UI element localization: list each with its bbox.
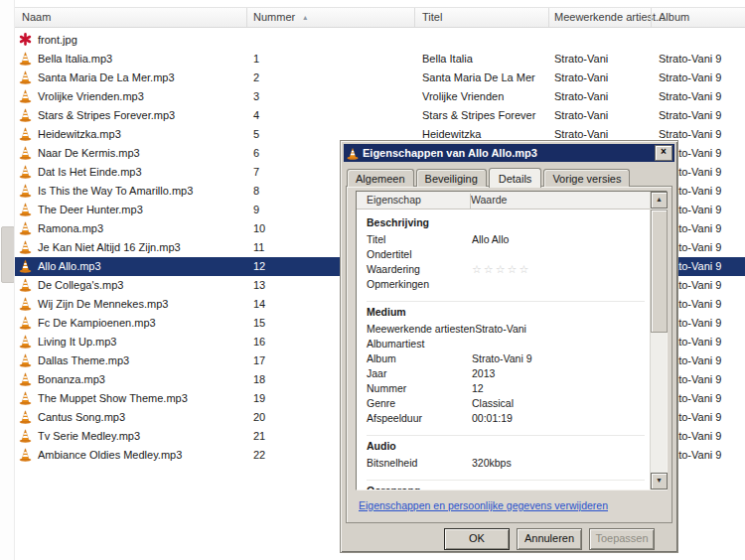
property-grid-header: Eigenschap Waarde bbox=[357, 192, 667, 210]
vlc-cone-icon bbox=[19, 165, 33, 179]
property-row: Nummer 12 bbox=[367, 381, 651, 396]
property-grid: Eigenschap Waarde Beschrijving Titel All… bbox=[356, 191, 668, 490]
file-name: The Muppet Show Theme.mp3 bbox=[38, 392, 188, 404]
file-name: front.jpg bbox=[38, 34, 77, 46]
album: Strato-Vani 9 bbox=[659, 128, 721, 140]
file-name: Naar De Kermis.mp3 bbox=[38, 147, 140, 159]
track-title: Heidewitzka bbox=[422, 128, 481, 140]
vlc-cone-icon bbox=[347, 147, 359, 160]
column-header-naam[interactable]: Naam bbox=[22, 11, 51, 23]
column-header-album[interactable]: Album bbox=[659, 11, 689, 23]
remove-properties-link[interactable]: Eigenschappen en persoonlijke gegevens v… bbox=[359, 499, 608, 511]
file-name: Heidewitzka.mp3 bbox=[38, 128, 121, 140]
tab-details[interactable]: Details bbox=[489, 168, 542, 188]
track-number: 6 bbox=[253, 147, 259, 159]
column-divider[interactable] bbox=[414, 8, 415, 27]
property-grid-content: Beschrijving Titel Allo Allo Ondertitel … bbox=[357, 209, 651, 490]
tab-algemeen[interactable]: Algemeen bbox=[347, 169, 414, 187]
track-number: 3 bbox=[253, 90, 259, 102]
track-number: 4 bbox=[253, 109, 259, 121]
vlc-cone-icon bbox=[19, 240, 33, 254]
ok-button[interactable]: OK bbox=[444, 528, 510, 550]
explorer-window: Naam Nummer▴ Titel Meewerkende artiest..… bbox=[0, 0, 745, 560]
vlc-cone-icon bbox=[19, 221, 33, 235]
scroll-down-icon[interactable]: ▼ bbox=[651, 473, 668, 490]
property-label: Genre bbox=[367, 396, 472, 411]
annuleren-button[interactable]: Annuleren bbox=[517, 528, 582, 550]
track-number: 10 bbox=[253, 222, 265, 234]
grid-header-waarde[interactable]: Waarde bbox=[461, 194, 651, 206]
album: Strato-Vani 9 bbox=[659, 53, 721, 65]
artist: Strato-Vani bbox=[554, 90, 608, 102]
scrollbar-thumb[interactable] bbox=[651, 210, 668, 333]
vlc-cone-icon bbox=[19, 184, 33, 198]
track-number: 5 bbox=[253, 128, 259, 140]
vlc-cone-icon bbox=[19, 429, 33, 443]
vlc-cone-icon bbox=[19, 259, 33, 273]
dialog-titlebar[interactable]: Eigenschappen van Allo Allo.mp3 × bbox=[344, 144, 674, 162]
sort-ascending-icon: ▴ bbox=[303, 13, 307, 22]
rating-stars[interactable]: ☆☆☆☆☆ bbox=[472, 262, 530, 277]
vlc-cone-icon bbox=[19, 391, 33, 405]
track-number: 1 bbox=[253, 53, 259, 65]
dialog-title: Eigenschappen van Allo Allo.mp3 bbox=[363, 147, 651, 159]
file-name: Bonanza.mp3 bbox=[38, 373, 105, 385]
vlc-cone-icon bbox=[19, 70, 33, 84]
property-label: Jaar bbox=[367, 366, 472, 381]
scrollbar-thumb[interactable] bbox=[1, 226, 15, 283]
track-number: 19 bbox=[253, 392, 265, 404]
property-section-header: Beschrijving bbox=[367, 214, 645, 228]
artist: Strato-Vani bbox=[554, 71, 608, 83]
property-row: Bitsnelheid 320kbps bbox=[367, 456, 651, 471]
file-name: Je Kan Niet Altijd 16 Zijn.mp3 bbox=[38, 241, 181, 253]
property-row: Afspeelduur 00:01:19 bbox=[367, 411, 651, 426]
tab-vorige-versies[interactable]: Vorige versies bbox=[543, 169, 630, 187]
artist: Strato-Vani bbox=[554, 109, 608, 121]
table-row[interactable]: Vrolijke Vrienden.mp3 3 Vrolijke Vriende… bbox=[15, 87, 745, 106]
property-value: Classical bbox=[472, 396, 514, 411]
album: Strato-Vani 9 bbox=[659, 71, 721, 83]
toepassen-button: Toepassen bbox=[589, 528, 655, 550]
file-name: Vrolijke Vrienden.mp3 bbox=[38, 90, 144, 102]
file-name: Ramona.mp3 bbox=[38, 222, 103, 234]
tab-beveiliging[interactable]: Beveiliging bbox=[416, 169, 487, 187]
track-number: 9 bbox=[253, 204, 259, 215]
table-row[interactable]: Bella Italia.mp3 1 Bella Italia Strato-V… bbox=[15, 50, 745, 69]
property-row: Titel Allo Allo bbox=[367, 232, 651, 247]
column-divider[interactable] bbox=[651, 8, 652, 27]
property-label: Nummer bbox=[367, 381, 472, 396]
property-label: Waardering bbox=[367, 262, 472, 277]
column-divider[interactable] bbox=[548, 8, 549, 27]
file-name: Dat Is Het Einde.mp3 bbox=[38, 166, 142, 178]
property-value: Strato-Vani bbox=[475, 322, 526, 337]
property-value: 00:01:19 bbox=[472, 411, 513, 426]
vlc-cone-icon bbox=[19, 108, 33, 122]
vlc-cone-icon bbox=[19, 316, 33, 330]
property-row: Opmerkingen bbox=[367, 277, 651, 292]
table-row[interactable]: Stars & Stripes Forever.mp3 4 Stars & St… bbox=[15, 106, 745, 125]
property-label: Ondertitel bbox=[367, 247, 472, 262]
scroll-up-icon[interactable]: ▲ bbox=[651, 192, 668, 209]
property-label: Albumartiest bbox=[367, 337, 472, 351]
track-number: 17 bbox=[253, 354, 265, 366]
track-number: 12 bbox=[253, 260, 265, 272]
column-divider[interactable] bbox=[246, 8, 247, 27]
column-header-artiest[interactable]: Meewerkende artiest... bbox=[554, 11, 665, 23]
table-row[interactable]: Santa Maria De La Mer.mp3 2 Santa Maria … bbox=[15, 69, 745, 87]
column-header-titel[interactable]: Titel bbox=[422, 11, 442, 23]
close-icon[interactable]: × bbox=[655, 145, 672, 161]
property-row: Jaar 2013 bbox=[367, 366, 651, 381]
file-name: Santa Maria De La Mer.mp3 bbox=[38, 71, 175, 83]
property-grid-scrollbar[interactable]: ▲ ▼ bbox=[650, 192, 667, 490]
table-row[interactable]: front.jpg bbox=[15, 31, 745, 50]
track-title: Santa Maria De La Mer bbox=[422, 71, 535, 83]
vlc-cone-icon bbox=[19, 297, 33, 311]
vlc-cone-icon bbox=[19, 372, 33, 386]
file-name: Living It Up.mp3 bbox=[38, 336, 116, 348]
grid-header-eigenschap[interactable]: Eigenschap bbox=[357, 194, 471, 209]
track-number: 21 bbox=[253, 430, 265, 442]
column-header-nummer[interactable]: Nummer▴ bbox=[253, 11, 307, 23]
track-title: Stars & Stripes Forever bbox=[422, 109, 535, 121]
artist: Strato-Vani bbox=[554, 128, 608, 140]
property-row: Genre Classical bbox=[367, 396, 651, 411]
